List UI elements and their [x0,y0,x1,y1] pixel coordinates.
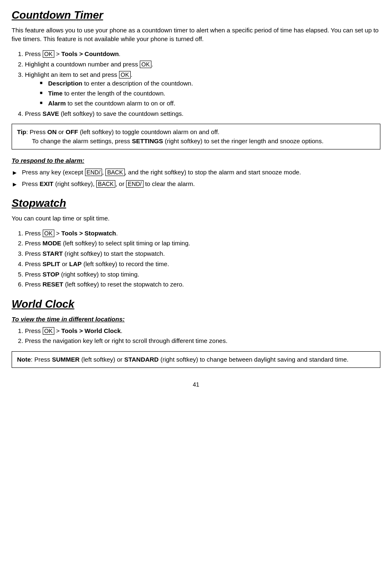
arrow-symbol-1: ► [12,168,18,177]
list-item: Highlight an item to set and press OK. D… [25,70,380,108]
stopwatch-steps: Press OK > Tools > Stopwatch. Press MODE… [25,229,380,289]
respond-text-2: Press EXIT (right softkey), BACK, or END… [22,179,380,188]
page-number: 41 [12,380,380,389]
tip-box: Tip: Press ON or OFF (left softkey) to t… [12,124,380,149]
respond-item-1: ► Press any key (except END/, BACK, and … [12,168,380,177]
respond-section: To respond to the alarm: ► Press any key… [12,156,380,189]
list-item: Press OK > Tools > World Clock. [25,326,380,335]
respond-text-1: Press any key (except END/, BACK, and th… [22,168,380,177]
end-key-2: END/ [126,180,143,188]
countdown-timer-section: Countdown Timer This feature allows you … [12,7,380,189]
list-item: Press OK > Tools > Countdown. [25,49,380,59]
list-item: Press MODE (left softkey) to select spli… [25,239,380,248]
tip-label: Tip: Press ON or OFF (left softkey) to t… [17,128,219,135]
ok-key-3: OK [119,71,131,78]
world-clock-title: World Clock [12,296,380,312]
list-item: Press RESET (left softkey) to reset the … [25,280,380,289]
world-clock-section: World Clock To view the time in differen… [12,296,380,368]
list-item: Time to enter the length of the countdow… [48,89,380,98]
list-item: Press SPLIT or LAP (left softkey) to rec… [25,259,380,269]
arrow-symbol-2: ► [12,180,18,189]
world-clock-steps: Press OK > Tools > World Clock. Press th… [25,326,380,346]
back-key-1: BACK [105,169,124,176]
list-item: Alarm to set the countdown alarm to on o… [48,99,380,108]
back-key-2: BACK [96,180,115,188]
ok-key-sw-1: OK [43,230,54,237]
world-clock-view-title: To view the time in different locations: [12,315,380,324]
list-item: Press the navigation key left or right t… [25,336,380,345]
note-box: Note: Press SUMMER (left softkey) or STA… [12,351,380,368]
countdown-timer-intro: This feature allows you to use your phon… [12,26,380,44]
respond-title: To respond to the alarm: [12,156,380,165]
ok-key-2: OK [140,61,151,68]
list-item: Description to enter a description of th… [48,79,380,88]
list-item: Press OK > Tools > Stopwatch. [25,229,380,238]
ok-key-wc-1: OK [43,327,54,335]
countdown-timer-steps: Press OK > Tools > Countdown. Highlight … [25,49,380,118]
sub-bullet-list: Description to enter a description of th… [48,79,380,108]
stopwatch-intro: You can count lap time or split time. [12,214,380,223]
countdown-timer-title: Countdown Timer [12,7,380,23]
ok-key-1: OK [43,50,54,58]
list-item: Press START (right softkey) to start the… [25,249,380,258]
list-item: Press STOP (right softkey) to stop timin… [25,270,380,279]
end-key-1: END/ [85,169,102,176]
tip-indent: To change the alarm settings, press SETT… [32,137,375,146]
respond-item-2: ► Press EXIT (right softkey), BACK, or E… [12,179,380,189]
stopwatch-section: Stopwatch You can count lap time or spli… [12,196,380,289]
stopwatch-title: Stopwatch [12,196,380,211]
list-item: Highlight a countdown number and press O… [25,60,380,69]
list-item: Press SAVE (left softkey) to save the co… [25,109,380,118]
note-label: Note: Press SUMMER (left softkey) or STA… [17,356,348,363]
